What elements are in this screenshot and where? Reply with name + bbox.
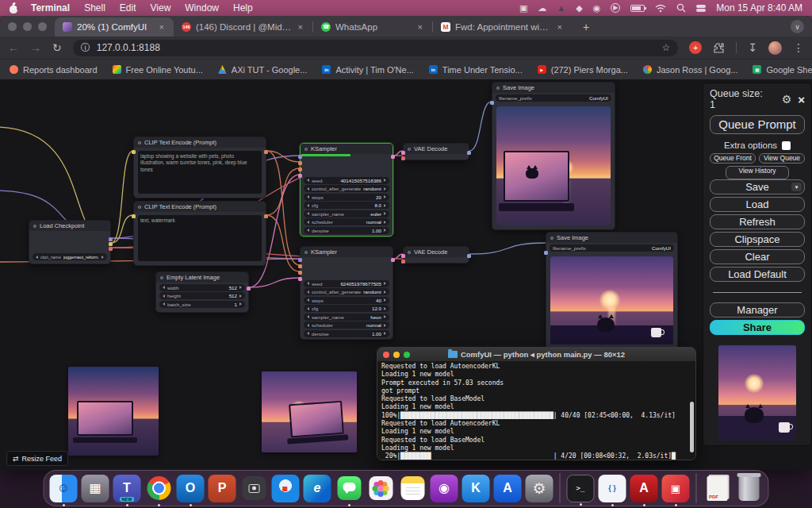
close-menu-icon[interactable]: × — [798, 93, 805, 106]
port-model-in[interactable] — [298, 258, 302, 262]
port-vae-out[interactable] — [109, 247, 113, 251]
widget-control-after-generate[interactable]: control_after_generaterandomize — [304, 288, 389, 295]
widget-denoise[interactable]: denoise1.00 — [304, 227, 389, 234]
dock-edge-icon[interactable]: e — [304, 475, 331, 502]
onedrive-icon[interactable]: ☁ — [538, 4, 546, 13]
tab-close-icon[interactable]: × — [297, 22, 304, 32]
port-latent-out[interactable] — [391, 155, 395, 159]
port-images-in[interactable] — [490, 101, 494, 105]
dock-vscode-icon[interactable]: { } — [599, 475, 626, 502]
widget-seed[interactable]: seed624051978677505 — [304, 280, 389, 287]
tab-whatsapp[interactable]: ☎ WhatsApp × — [313, 17, 432, 37]
battery-icon[interactable] — [630, 5, 645, 12]
dock-acrobat-icon[interactable]: A — [630, 475, 658, 502]
terminal-scrollbar[interactable] — [690, 402, 694, 452]
node-clip-text-encode-negative[interactable]: CLIP Text Encode (Prompt) text, watermar… — [133, 201, 266, 266]
window-controls[interactable] — [8, 16, 47, 37]
load-default-button[interactable]: Load Default — [710, 267, 805, 282]
spotlight-icon[interactable] — [676, 3, 686, 13]
collapse-dot[interactable] — [33, 225, 36, 228]
deliveries-icon[interactable]: ▲ — [557, 4, 565, 13]
port-model-in[interactable] — [298, 155, 302, 159]
apple-menu-icon[interactable] — [10, 3, 19, 13]
widget-width[interactable]: width512 — [159, 284, 245, 291]
bookmark-google-sheets[interactable]: ▦Google Sheets — [753, 65, 812, 75]
dock-notes-icon[interactable] — [399, 475, 427, 502]
collapse-dot[interactable] — [138, 141, 141, 144]
dock-chrome-icon[interactable] — [145, 475, 173, 502]
port-samples-in[interactable] — [401, 254, 405, 258]
widget-filename-prefix[interactable]: filename_prefixComfyUI — [496, 94, 611, 102]
widget-scheduler[interactable]: schedulernormal — [304, 321, 389, 329]
dock-screenshot-icon[interactable] — [240, 475, 268, 502]
port-model-out[interactable] — [109, 237, 113, 241]
reload-button[interactable]: ↻ — [52, 42, 62, 53]
load-button[interactable]: Load — [710, 197, 805, 212]
tab-search-button[interactable]: ∨ — [791, 20, 804, 33]
port-clip-in[interactable] — [132, 150, 136, 154]
tab-close-icon[interactable]: × — [416, 22, 424, 32]
dock-launchpad-icon[interactable]: ▦ — [82, 475, 109, 502]
control-center-icon[interactable] — [696, 5, 706, 12]
back-button[interactable]: ← — [8, 42, 19, 53]
port-conditioning-out[interactable] — [264, 150, 268, 154]
terminal-window-controls[interactable] — [383, 352, 410, 358]
browser-menu-icon[interactable]: ⋮ — [793, 42, 804, 53]
manager-button[interactable]: Manager — [710, 302, 805, 318]
dock-terminal-icon[interactable]: >_ — [567, 475, 595, 502]
port-clip-in[interactable] — [132, 214, 136, 218]
dock-finder-icon[interactable]: ☺ — [50, 475, 78, 502]
port-latent-out[interactable] — [391, 258, 395, 262]
address-bar[interactable]: ⓘ 127.0.0.1:8188 ☆ — [73, 40, 679, 56]
bookmark-axi-tut[interactable]: AXi TUT - Google... — [218, 65, 308, 75]
dock-podcasts-icon[interactable]: ◉ — [431, 475, 458, 502]
port-image-out[interactable] — [467, 151, 471, 155]
widget-filename-prefix[interactable]: filename_prefixComfyUI — [550, 244, 674, 252]
port-latent-in[interactable] — [298, 174, 302, 178]
bookmark-piers-morgan[interactable]: ▶(272) Piers Morga... — [538, 65, 628, 75]
dock-appstore-icon[interactable]: A — [494, 475, 522, 502]
prompt-textarea[interactable]: laptop showing a website with pets, phot… — [138, 151, 262, 194]
terminal-title-bar[interactable]: ComfyUI — python ◂ python main.py — 80×1… — [377, 348, 695, 361]
collapse-dot[interactable] — [550, 237, 553, 240]
widget-height[interactable]: height512 — [159, 292, 245, 299]
widget-scheduler[interactable]: schedulernormal — [304, 218, 389, 225]
widget-control-after-generate[interactable]: control_after_generaterandomize — [304, 185, 389, 192]
forward-button[interactable]: → — [30, 42, 41, 53]
tab-discord[interactable]: 146 (146) Discord | @Midjourney × — [174, 17, 312, 37]
tab-close-icon[interactable]: × — [158, 22, 166, 32]
feed-image-1[interactable] — [68, 367, 159, 456]
node-save-image-bottom[interactable]: Save Image filename_prefixComfyUI — [546, 232, 678, 349]
port-vae-in[interactable] — [401, 156, 405, 160]
site-info-icon[interactable]: ⓘ — [81, 41, 90, 55]
widget-sampler-name[interactable]: sampler_nameeuler — [304, 210, 389, 217]
dock-messages-icon[interactable] — [335, 475, 363, 502]
dock-trash-icon[interactable] — [735, 475, 763, 502]
menu-clock[interactable]: Mon 15 Apr 8:40 AM — [716, 2, 802, 13]
queue-prompt-button[interactable]: Queue Prompt — [710, 115, 805, 134]
dock-powerpoint-icon[interactable]: P — [209, 475, 236, 502]
generated-image-preview[interactable] — [550, 256, 673, 344]
bookmark-star-icon[interactable]: ☆ — [662, 42, 671, 53]
dock-keynote-icon[interactable]: K — [462, 475, 490, 502]
feed-image-2[interactable] — [262, 371, 357, 452]
node-save-image-top[interactable]: Save Image filename_prefixComfyUI — [492, 82, 615, 230]
menu-terminal[interactable]: Terminal — [24, 2, 77, 13]
bookmark-jason-ross[interactable]: Jason Ross | Goog... — [643, 65, 738, 75]
save-button[interactable]: Save▾ — [710, 179, 805, 194]
collapse-dot[interactable] — [408, 148, 411, 151]
settings-gear-icon[interactable]: ⚙ — [782, 93, 792, 106]
widget-ckpt-name[interactable]: ckpt_name juggernaut_reborn.safetensors — [33, 253, 107, 260]
collapse-dot[interactable] — [304, 251, 308, 254]
node-empty-latent-image[interactable]: Empty Latent Image width512 height512 ba… — [155, 271, 249, 313]
collapse-dot[interactable] — [160, 276, 163, 279]
prompt-textarea[interactable]: text, watermark — [138, 215, 262, 261]
port-negative-in[interactable] — [298, 167, 302, 171]
widget-seed[interactable]: seed401415057518386 — [304, 177, 389, 184]
extra-options-checkbox[interactable] — [782, 141, 791, 150]
dock-photos-icon[interactable] — [367, 475, 395, 502]
dock-pdf-photo-app-icon[interactable]: ▣ — [662, 475, 690, 502]
widget-denoise[interactable]: denoise1.00 — [304, 330, 389, 337]
port-image-out[interactable] — [467, 254, 471, 258]
resize-feed-button[interactable]: ⇄ Resize Feed — [6, 451, 68, 466]
